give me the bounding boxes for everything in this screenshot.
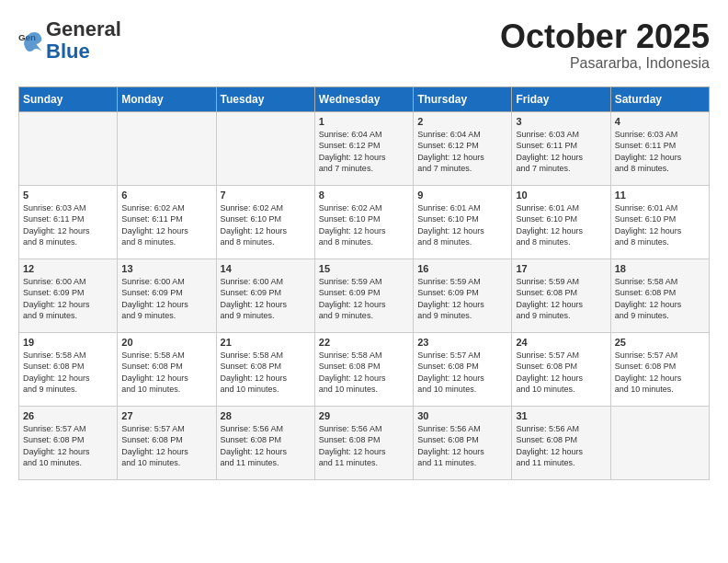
calendar-week-3: 12Sunrise: 6:00 AM Sunset: 6:09 PM Dayli…	[19, 259, 710, 332]
day-number: 25	[615, 337, 705, 348]
logo-icon: Gen	[18, 28, 44, 53]
day-info: Sunrise: 6:02 AM Sunset: 6:11 PM Dayligh…	[121, 202, 211, 248]
month-year-title: October 2025	[500, 18, 710, 55]
day-info: Sunrise: 5:56 AM Sunset: 6:08 PM Dayligh…	[319, 423, 409, 469]
day-number: 26	[23, 410, 113, 421]
day-number: 10	[516, 190, 606, 201]
day-number: 5	[23, 190, 113, 201]
day-info: Sunrise: 6:04 AM Sunset: 6:12 PM Dayligh…	[319, 129, 409, 175]
day-info: Sunrise: 5:56 AM Sunset: 6:08 PM Dayligh…	[221, 423, 311, 469]
day-number: 18	[615, 263, 705, 274]
day-number: 1	[319, 116, 409, 127]
calendar-week-4: 19Sunrise: 5:58 AM Sunset: 6:08 PM Dayli…	[19, 332, 710, 406]
calendar-week-5: 26Sunrise: 5:57 AM Sunset: 6:08 PM Dayli…	[19, 406, 710, 479]
day-info: Sunrise: 5:57 AM Sunset: 6:08 PM Dayligh…	[121, 423, 211, 469]
table-row: 2Sunrise: 6:04 AM Sunset: 6:12 PM Daylig…	[414, 111, 512, 185]
weekday-header-saturday: Saturday	[610, 86, 709, 111]
day-number: 23	[417, 337, 507, 348]
table-row: 3Sunrise: 6:03 AM Sunset: 6:11 PM Daylig…	[512, 111, 610, 185]
table-row: 24Sunrise: 5:57 AM Sunset: 6:08 PM Dayli…	[512, 332, 610, 406]
calendar-week-1: 1Sunrise: 6:04 AM Sunset: 6:12 PM Daylig…	[19, 111, 710, 185]
table-row: 6Sunrise: 6:02 AM Sunset: 6:11 PM Daylig…	[118, 185, 216, 259]
page-header: Gen General Blue October 2025 Pasararba,…	[18, 18, 710, 72]
table-row	[19, 111, 118, 185]
table-row: 4Sunrise: 6:03 AM Sunset: 6:11 PM Daylig…	[610, 111, 709, 185]
table-row: 25Sunrise: 5:57 AM Sunset: 6:08 PM Dayli…	[610, 332, 709, 406]
day-info: Sunrise: 6:01 AM Sunset: 6:10 PM Dayligh…	[615, 202, 705, 248]
table-row: 28Sunrise: 5:56 AM Sunset: 6:08 PM Dayli…	[216, 406, 314, 479]
day-number: 30	[417, 410, 507, 421]
day-number: 17	[516, 263, 606, 274]
day-info: Sunrise: 5:58 AM Sunset: 6:08 PM Dayligh…	[221, 350, 311, 396]
day-info: Sunrise: 6:01 AM Sunset: 6:10 PM Dayligh…	[417, 202, 507, 248]
day-info: Sunrise: 6:00 AM Sunset: 6:09 PM Dayligh…	[23, 276, 113, 322]
table-row: 29Sunrise: 5:56 AM Sunset: 6:08 PM Dayli…	[314, 406, 413, 479]
day-number: 20	[121, 337, 211, 348]
table-row: 9Sunrise: 6:01 AM Sunset: 6:10 PM Daylig…	[414, 185, 512, 259]
table-row: 12Sunrise: 6:00 AM Sunset: 6:09 PM Dayli…	[19, 259, 118, 332]
day-info: Sunrise: 5:58 AM Sunset: 6:08 PM Dayligh…	[319, 350, 409, 396]
table-row: 30Sunrise: 5:56 AM Sunset: 6:08 PM Dayli…	[414, 406, 512, 479]
logo: Gen General Blue	[18, 18, 121, 63]
table-row: 13Sunrise: 6:00 AM Sunset: 6:09 PM Dayli…	[118, 259, 216, 332]
day-info: Sunrise: 6:04 AM Sunset: 6:12 PM Dayligh…	[417, 129, 507, 175]
table-row: 14Sunrise: 6:00 AM Sunset: 6:09 PM Dayli…	[216, 259, 314, 332]
day-info: Sunrise: 6:00 AM Sunset: 6:09 PM Dayligh…	[121, 276, 211, 322]
day-number: 13	[121, 263, 211, 274]
table-row: 8Sunrise: 6:02 AM Sunset: 6:10 PM Daylig…	[314, 185, 413, 259]
day-number: 11	[615, 190, 705, 201]
day-info: Sunrise: 6:03 AM Sunset: 6:11 PM Dayligh…	[23, 202, 113, 248]
logo-text: General Blue	[46, 18, 121, 63]
location-title: Pasararba, Indonesia	[500, 55, 710, 72]
table-row: 16Sunrise: 5:59 AM Sunset: 6:09 PM Dayli…	[414, 259, 512, 332]
day-number: 21	[221, 337, 311, 348]
day-info: Sunrise: 5:59 AM Sunset: 6:09 PM Dayligh…	[319, 276, 409, 322]
weekday-header-friday: Friday	[512, 86, 610, 111]
table-row	[118, 111, 216, 185]
day-info: Sunrise: 5:56 AM Sunset: 6:08 PM Dayligh…	[516, 423, 606, 469]
day-number: 14	[221, 263, 311, 274]
weekday-header-row: SundayMondayTuesdayWednesdayThursdayFrid…	[19, 86, 710, 111]
day-number: 9	[417, 190, 507, 201]
weekday-header-thursday: Thursday	[414, 86, 512, 111]
day-info: Sunrise: 5:57 AM Sunset: 6:08 PM Dayligh…	[23, 423, 113, 469]
table-row: 20Sunrise: 5:58 AM Sunset: 6:08 PM Dayli…	[118, 332, 216, 406]
day-info: Sunrise: 6:00 AM Sunset: 6:09 PM Dayligh…	[221, 276, 311, 322]
day-number: 16	[417, 263, 507, 274]
calendar-table: SundayMondayTuesdayWednesdayThursdayFrid…	[18, 86, 710, 480]
table-row: 5Sunrise: 6:03 AM Sunset: 6:11 PM Daylig…	[19, 185, 118, 259]
table-row: 15Sunrise: 5:59 AM Sunset: 6:09 PM Dayli…	[314, 259, 413, 332]
day-number: 3	[516, 116, 606, 127]
table-row: 21Sunrise: 5:58 AM Sunset: 6:08 PM Dayli…	[216, 332, 314, 406]
day-info: Sunrise: 6:02 AM Sunset: 6:10 PM Dayligh…	[319, 202, 409, 248]
day-info: Sunrise: 6:02 AM Sunset: 6:10 PM Dayligh…	[221, 202, 311, 248]
weekday-header-sunday: Sunday	[19, 86, 118, 111]
weekday-header-tuesday: Tuesday	[216, 86, 314, 111]
table-row: 1Sunrise: 6:04 AM Sunset: 6:12 PM Daylig…	[314, 111, 413, 185]
day-number: 29	[319, 410, 409, 421]
day-number: 28	[221, 410, 311, 421]
day-number: 7	[221, 190, 311, 201]
table-row: 19Sunrise: 5:58 AM Sunset: 6:08 PM Dayli…	[19, 332, 118, 406]
day-info: Sunrise: 5:57 AM Sunset: 6:08 PM Dayligh…	[417, 350, 507, 396]
day-number: 27	[121, 410, 211, 421]
day-number: 12	[23, 263, 113, 274]
day-info: Sunrise: 5:59 AM Sunset: 6:09 PM Dayligh…	[417, 276, 507, 322]
table-row: 10Sunrise: 6:01 AM Sunset: 6:10 PM Dayli…	[512, 185, 610, 259]
table-row: 18Sunrise: 5:58 AM Sunset: 6:08 PM Dayli…	[610, 259, 709, 332]
day-number: 19	[23, 337, 113, 348]
calendar-week-2: 5Sunrise: 6:03 AM Sunset: 6:11 PM Daylig…	[19, 185, 710, 259]
day-info: Sunrise: 6:01 AM Sunset: 6:10 PM Dayligh…	[516, 202, 606, 248]
table-row: 17Sunrise: 5:59 AM Sunset: 6:08 PM Dayli…	[512, 259, 610, 332]
table-row: 22Sunrise: 5:58 AM Sunset: 6:08 PM Dayli…	[314, 332, 413, 406]
day-info: Sunrise: 6:03 AM Sunset: 6:11 PM Dayligh…	[615, 129, 705, 175]
day-number: 24	[516, 337, 606, 348]
table-row: 23Sunrise: 5:57 AM Sunset: 6:08 PM Dayli…	[414, 332, 512, 406]
weekday-header-wednesday: Wednesday	[314, 86, 413, 111]
day-info: Sunrise: 5:56 AM Sunset: 6:08 PM Dayligh…	[417, 423, 507, 469]
month-title-block: October 2025 Pasararba, Indonesia	[500, 18, 710, 72]
table-row: 27Sunrise: 5:57 AM Sunset: 6:08 PM Dayli…	[118, 406, 216, 479]
day-info: Sunrise: 5:57 AM Sunset: 6:08 PM Dayligh…	[615, 350, 705, 396]
table-row: 26Sunrise: 5:57 AM Sunset: 6:08 PM Dayli…	[19, 406, 118, 479]
weekday-header-monday: Monday	[118, 86, 216, 111]
